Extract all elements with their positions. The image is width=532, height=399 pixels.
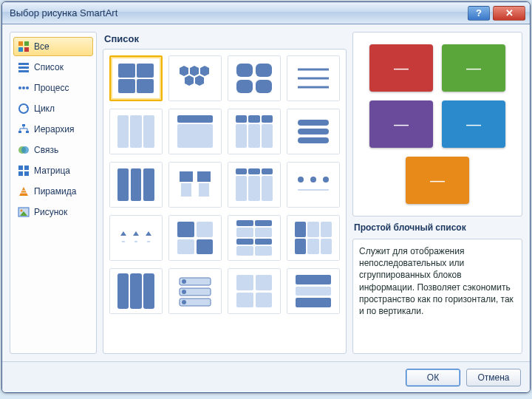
- preview-block: —: [442, 44, 505, 92]
- window-title: Выбор рисунка SmartArt: [7, 7, 465, 18]
- preview-panel: — — — — — Простой блочный список Служит …: [352, 32, 522, 354]
- svg-point-58: [182, 279, 186, 284]
- sidebar-item-label: Иерархия: [34, 124, 74, 134]
- svg-marker-50: [133, 231, 139, 236]
- layout-thumb[interactable]: [109, 215, 163, 261]
- sidebar-item-relation[interactable]: Связь: [13, 140, 93, 160]
- layout-thumb[interactable]: [168, 268, 222, 314]
- layout-thumb[interactable]: [168, 55, 222, 101]
- help-button[interactable]: ?: [468, 6, 490, 21]
- svg-rect-40: [298, 137, 329, 143]
- gallery-heading: Список: [103, 32, 347, 49]
- layout-thumb[interactable]: [109, 268, 163, 314]
- svg-rect-4: [18, 63, 29, 65]
- svg-rect-0: [18, 41, 23, 46]
- layout-thumb[interactable]: [287, 162, 340, 208]
- svg-rect-2: [18, 47, 23, 52]
- svg-rect-6: [18, 70, 29, 72]
- svg-marker-24: [19, 187, 28, 196]
- layout-thumb[interactable]: [168, 162, 222, 208]
- svg-point-9: [26, 86, 29, 89]
- svg-rect-3: [24, 47, 29, 52]
- close-button[interactable]: ✕: [493, 6, 525, 21]
- picture-icon: [18, 206, 30, 218]
- sidebar-item-process[interactable]: Процесс: [13, 78, 93, 98]
- svg-rect-21: [24, 166, 29, 170]
- preview-title: Простой блочный список: [352, 221, 522, 234]
- sidebar-item-label: Все: [34, 41, 50, 52]
- svg-rect-43: [181, 183, 191, 197]
- layout-thumb[interactable]: [109, 109, 163, 154]
- sidebar-item-label: Рисунок: [34, 207, 67, 217]
- layout-thumb[interactable]: [228, 215, 281, 261]
- hierarchy-icon: [18, 123, 30, 135]
- svg-marker-49: [120, 231, 126, 236]
- layout-thumb[interactable]: [109, 162, 163, 208]
- svg-rect-42: [197, 171, 211, 182]
- sidebar-item-hierarchy[interactable]: Иерархия: [13, 120, 93, 139]
- preview-block: —: [406, 157, 469, 204]
- preview-block: —: [442, 100, 505, 148]
- all-icon: [18, 41, 30, 52]
- sidebar-item-list[interactable]: Список: [13, 58, 93, 77]
- gallery-panel: Список: [103, 32, 347, 354]
- svg-rect-11: [22, 124, 25, 126]
- sidebar-item-matrix[interactable]: Матрица: [13, 161, 93, 180]
- sidebar-item-label: Связь: [34, 145, 58, 155]
- pyramid-icon: [18, 185, 30, 197]
- svg-rect-39: [298, 129, 329, 134]
- sidebar-item-all[interactable]: Все: [13, 37, 93, 56]
- svg-point-47: [323, 177, 329, 183]
- layout-thumb[interactable]: [228, 162, 281, 208]
- svg-marker-34: [200, 66, 209, 76]
- layout-thumb[interactable]: [228, 268, 281, 314]
- sidebar-item-label: Матрица: [34, 166, 70, 176]
- svg-rect-41: [180, 171, 193, 182]
- svg-rect-44: [199, 183, 209, 197]
- svg-rect-5: [18, 66, 29, 69]
- svg-rect-12: [18, 131, 21, 133]
- svg-marker-32: [185, 75, 194, 86]
- sidebar-item-label: Список: [34, 62, 64, 72]
- svg-point-28: [21, 210, 23, 212]
- layout-thumb[interactable]: [287, 215, 340, 261]
- layout-thumb[interactable]: [287, 55, 340, 101]
- svg-rect-38: [298, 120, 329, 126]
- svg-rect-13: [26, 131, 29, 133]
- svg-point-46: [310, 177, 316, 183]
- dialog-window: Выбор рисунка SmartArt ? ✕ Все Список Пр…: [1, 1, 531, 393]
- sidebar-item-label: Цикл: [34, 103, 55, 114]
- preview-description: Служит для отображения непоследовательны…: [352, 239, 522, 354]
- svg-marker-51: [146, 231, 151, 236]
- svg-point-8: [22, 86, 25, 89]
- dialog-footer: ОК Отмена: [2, 361, 530, 392]
- sidebar-item-cycle[interactable]: Цикл: [13, 99, 93, 118]
- dialog-body: Все Список Процесс Цикл Иерархия Связь: [2, 24, 530, 361]
- layout-thumb[interactable]: [168, 109, 222, 154]
- layout-thumb[interactable]: [287, 268, 340, 314]
- layout-gallery[interactable]: [103, 49, 347, 354]
- layout-thumb[interactable]: [109, 55, 163, 101]
- sidebar-item-label: Процесс: [34, 83, 69, 93]
- svg-point-59: [182, 290, 186, 294]
- preview-block: —: [369, 44, 433, 92]
- svg-rect-23: [24, 171, 29, 176]
- sidebar-item-picture[interactable]: Рисунок: [13, 202, 93, 222]
- layout-thumb[interactable]: [168, 215, 222, 261]
- ok-button[interactable]: ОК: [406, 369, 460, 386]
- cancel-button[interactable]: Отмена: [466, 369, 521, 386]
- svg-point-60: [182, 300, 186, 304]
- svg-rect-1: [24, 41, 29, 46]
- layout-thumb[interactable]: [228, 55, 281, 101]
- svg-marker-30: [180, 66, 188, 76]
- sidebar-item-pyramid[interactable]: Пирамида: [13, 182, 93, 201]
- layout-thumb[interactable]: [287, 109, 340, 154]
- preview-canvas: — — — — —: [352, 32, 522, 216]
- category-sidebar: Все Список Процесс Цикл Иерархия Связь: [10, 32, 97, 354]
- svg-rect-20: [18, 166, 23, 170]
- titlebar: Выбор рисунка SmartArt ? ✕: [2, 2, 530, 24]
- svg-point-45: [298, 177, 304, 183]
- sidebar-item-label: Пирамида: [34, 186, 76, 197]
- svg-point-19: [21, 146, 29, 154]
- layout-thumb[interactable]: [228, 109, 281, 154]
